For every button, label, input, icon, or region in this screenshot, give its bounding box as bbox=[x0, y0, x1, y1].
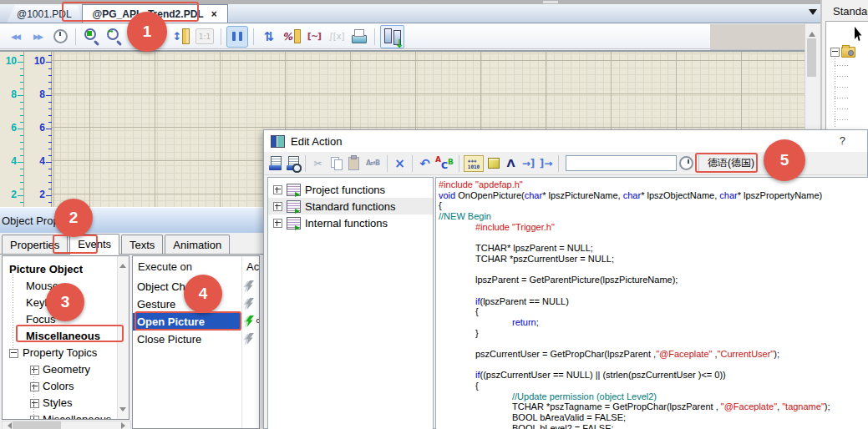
tag-browser-icon[interactable]: Λ bbox=[503, 154, 519, 174]
zoom-time-icon[interactable]: ↔ bbox=[104, 26, 124, 48]
zoom-detail-icon: ↔ bbox=[108, 29, 113, 34]
tree-horizontal-scrollbar[interactable] bbox=[2, 421, 131, 429]
fn-tree-standard-functions[interactable]: Standard functions bbox=[268, 198, 433, 214]
event-row-object-change[interactable]: Object Change bbox=[133, 278, 259, 295]
value-range-icon[interactable]: [~] bbox=[304, 26, 324, 48]
value-axis-inner-tick bbox=[48, 115, 52, 116]
cut-icon[interactable]: ✂ bbox=[310, 154, 326, 174]
tree-item-miscellaneous[interactable]: Miscellaneous bbox=[3, 411, 129, 420]
filter-input[interactable] bbox=[566, 155, 677, 171]
fn-tree-internal-functions[interactable]: Internal functions bbox=[268, 214, 433, 231]
value-axis-inner-tick bbox=[48, 182, 52, 183]
decimal-format-icon[interactable]: +++ 1010 bbox=[464, 155, 484, 172]
event-row-close-picture[interactable]: Close Picture bbox=[133, 331, 259, 348]
one-to-one-icon[interactable]: 1:1 bbox=[195, 28, 214, 44]
tree-item-label: Property Topics bbox=[23, 345, 97, 361]
tree-vertical-scrollbar[interactable] bbox=[117, 256, 129, 419]
tab-texts[interactable]: Texts bbox=[121, 235, 163, 254]
event-label[interactable]: Gesture bbox=[133, 295, 241, 313]
print-icon[interactable] bbox=[349, 26, 369, 48]
scroll-down-icon[interactable] bbox=[119, 407, 126, 415]
tree-item-label: Keyboard bbox=[26, 295, 73, 311]
ruler-vertical-icon[interactable] bbox=[171, 26, 191, 48]
value-axis-left-label: 8 bbox=[0, 88, 17, 100]
function-group-icon bbox=[287, 184, 301, 196]
tab-animation[interactable]: Animation bbox=[165, 235, 230, 254]
tree-item-property-topics[interactable]: Property Topics bbox=[3, 345, 129, 361]
swap-axes-icon[interactable]: ⇅ bbox=[259, 26, 279, 48]
object-browser-icon[interactable] bbox=[485, 154, 501, 174]
expand-icon[interactable] bbox=[30, 416, 39, 420]
tab-pg-apl-trend2-pdl[interactable]: @PG_APL_Trend2.PDL× bbox=[82, 4, 228, 23]
copy-icon[interactable] bbox=[327, 154, 343, 174]
zoom-value-icon[interactable] bbox=[126, 26, 146, 48]
help-button[interactable]: ? bbox=[840, 134, 845, 147]
tree-item-mouse[interactable]: Mouse bbox=[3, 278, 129, 295]
tree-item-picture-object[interactable]: Picture Object bbox=[3, 261, 129, 278]
trend-forward-icon[interactable]: ▶▶ bbox=[28, 26, 48, 48]
generate-action-icon[interactable] bbox=[267, 154, 283, 174]
language-select[interactable]: 德语(德国) bbox=[703, 154, 759, 172]
tree-item-focus[interactable]: Focus bbox=[3, 311, 129, 328]
code-line: #include "Trigger.h" bbox=[439, 222, 868, 233]
fn-tree-project-functions[interactable]: Project functions bbox=[268, 181, 433, 198]
select-archive-icon[interactable]: ↓ bbox=[380, 25, 404, 48]
tab-properties[interactable]: Properties bbox=[2, 235, 68, 254]
check-syntax-icon[interactable] bbox=[285, 154, 301, 174]
expand-icon[interactable] bbox=[30, 399, 39, 408]
replace-icon[interactable]: A⇄B bbox=[363, 154, 383, 174]
undo-icon[interactable]: ↶ bbox=[417, 154, 433, 174]
scroll-up-icon[interactable] bbox=[809, 28, 815, 37]
tree-item-geometry[interactable]: Geometry bbox=[3, 361, 129, 378]
move-trend-icon[interactable]: ▸ bbox=[149, 26, 169, 48]
scrollbar-thumb[interactable] bbox=[13, 421, 61, 429]
tree-item-keyboard[interactable]: Keyboard bbox=[3, 295, 129, 311]
export-action-icon[interactable]: ]→ bbox=[538, 154, 554, 174]
percent-scale-icon[interactable]: % bbox=[282, 26, 302, 48]
tree-item-miscellaneous[interactable]: Miscellaneous bbox=[3, 328, 129, 345]
scrollbar-thumb[interactable] bbox=[807, 38, 816, 77]
expand-icon[interactable] bbox=[30, 382, 39, 391]
compile-icon[interactable]: ACB bbox=[434, 154, 454, 174]
code-line: return; bbox=[439, 317, 868, 328]
tree-connector bbox=[835, 76, 849, 77]
expand-icon[interactable] bbox=[30, 366, 39, 375]
zoom-area-icon[interactable] bbox=[81, 26, 101, 48]
expand-icon[interactable] bbox=[273, 219, 282, 228]
tree-connector bbox=[835, 109, 849, 109]
pause-icon[interactable] bbox=[226, 26, 248, 48]
scroll-left-icon[interactable] bbox=[4, 422, 12, 429]
close-tab-icon[interactable]: × bbox=[211, 8, 217, 20]
event-label[interactable]: Close Picture bbox=[133, 331, 241, 348]
event-label[interactable]: Object Change bbox=[133, 278, 241, 295]
code-line: BOOL bLevel2 = FALSE; bbox=[439, 423, 868, 429]
scroll-right-icon[interactable] bbox=[121, 422, 129, 429]
paste-icon[interactable] bbox=[345, 154, 361, 174]
event-row-gesture[interactable]: Gesture bbox=[133, 295, 259, 313]
tree-item-label: Colors bbox=[43, 378, 74, 395]
tree-collapse-icon[interactable] bbox=[830, 48, 840, 57]
expand-icon[interactable] bbox=[273, 202, 282, 211]
trend-back-icon[interactable]: ◀◀ bbox=[5, 26, 25, 48]
object-properties-titlebar[interactable]: Object Properties bbox=[0, 207, 264, 233]
value-axis-inner-label: 6 bbox=[28, 122, 45, 134]
scroll-up-icon[interactable] bbox=[119, 260, 126, 268]
tab-events[interactable]: Events bbox=[69, 234, 119, 255]
statistics-icon[interactable]: ∫[x] bbox=[327, 26, 347, 48]
value-axis-left-tick bbox=[20, 142, 23, 143]
import-action-icon[interactable]: →] bbox=[520, 154, 536, 174]
delete-icon[interactable]: × bbox=[392, 154, 408, 174]
tab-list-dropdown-icon[interactable] bbox=[809, 9, 817, 19]
tab-1001-pdl[interactable]: @1001.PDL bbox=[7, 5, 82, 23]
tree-item-styles[interactable]: Styles bbox=[3, 395, 129, 411]
event-row-open-picture[interactable]: Open Picturec bbox=[133, 313, 259, 331]
event-label[interactable]: Open Picture bbox=[133, 313, 241, 331]
code-editor[interactable]: #include "apdefap.h"void OnOpenPicture(c… bbox=[435, 177, 868, 429]
dialog-titlebar[interactable]: Edit Action ? bbox=[264, 130, 867, 152]
stopwatch-icon[interactable] bbox=[50, 26, 70, 48]
value-axis-left-tick bbox=[20, 182, 23, 183]
tree-item-colors[interactable]: Colors bbox=[3, 378, 129, 395]
trigger-clock-icon[interactable] bbox=[678, 154, 694, 174]
expand-icon[interactable] bbox=[273, 185, 282, 194]
collapse-icon[interactable] bbox=[9, 349, 18, 358]
